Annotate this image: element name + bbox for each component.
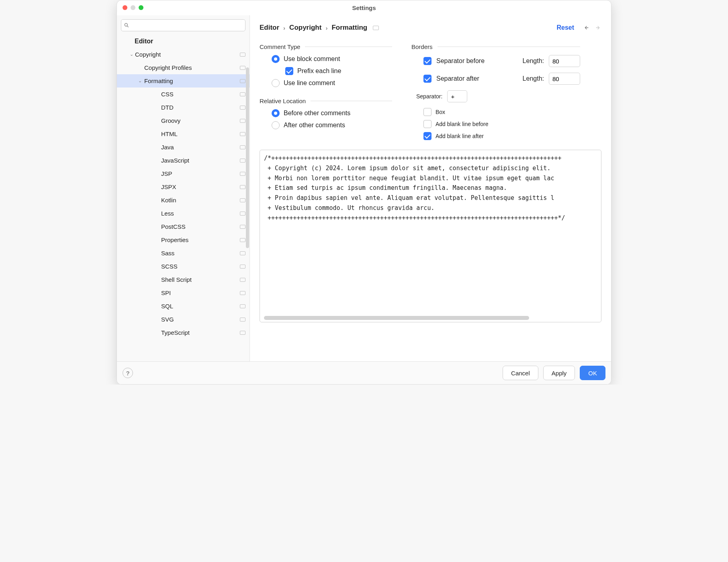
scope-badge-icon [240, 198, 245, 202]
chevron-down-icon[interactable]: ⌄ [129, 52, 134, 57]
titlebar: Settings [117, 0, 611, 15]
tree-item-label: Shell Script [161, 276, 237, 283]
option-blank-line-after[interactable]: Add blank line after [423, 132, 580, 140]
tree-item[interactable]: HTML [117, 127, 249, 140]
scope-badge-icon [240, 212, 245, 216]
checkbox-icon[interactable] [423, 132, 431, 140]
option-box[interactable]: Box [423, 108, 580, 116]
checkbox-icon[interactable] [423, 57, 431, 65]
checkbox-icon[interactable] [423, 120, 431, 128]
tree-item[interactable]: JSP [117, 167, 249, 180]
length-before-label: Length: [523, 57, 544, 65]
scope-badge-icon [240, 172, 245, 176]
tree-item-label: JavaScript [161, 157, 237, 164]
tree-item[interactable]: JavaScript [117, 154, 249, 167]
option-after-other-comments[interactable]: After other comments [272, 121, 392, 129]
tree-item[interactable]: PostCSS [117, 220, 249, 233]
separator-char-input[interactable] [447, 90, 467, 102]
sidebar-scrollbar[interactable] [246, 67, 249, 248]
tree-item[interactable]: DTD [117, 101, 249, 114]
search-input[interactable] [121, 19, 245, 31]
checkbox-icon[interactable] [285, 67, 293, 75]
breadcrumb: Editor › Copyright › Formatting [260, 24, 556, 32]
scope-badge-icon [240, 185, 245, 189]
checkbox-icon[interactable] [423, 108, 431, 116]
length-after-input[interactable] [549, 73, 580, 85]
window-title: Settings [117, 4, 611, 11]
apply-button[interactable]: Apply [543, 366, 575, 380]
tree-item[interactable]: Less [117, 207, 249, 220]
tree-item[interactable]: Sass [117, 246, 249, 260]
breadcrumb-copyright[interactable]: Copyright [289, 24, 321, 32]
option-use-block-comment[interactable]: Use block comment [272, 55, 392, 63]
close-window-icon[interactable] [123, 5, 127, 10]
scope-badge-icon [240, 53, 245, 57]
tree-item-label: CSS [161, 91, 237, 98]
tree-item-label: HTML [161, 130, 237, 137]
breadcrumb-editor[interactable]: Editor [260, 24, 279, 32]
reset-link[interactable]: Reset [556, 24, 574, 31]
tree-item-label: Properties [161, 236, 237, 243]
ok-button[interactable]: OK [580, 366, 605, 380]
breadcrumb-row: Editor › Copyright › Formatting Reset [260, 21, 601, 35]
radio-icon[interactable] [272, 109, 280, 117]
chevron-right-icon: › [283, 24, 285, 31]
option-use-line-comment[interactable]: Use line comment [272, 79, 392, 87]
radio-icon[interactable] [272, 121, 280, 129]
svg-line-1 [127, 26, 128, 27]
tree-item[interactable]: Copyright Profiles [117, 61, 249, 74]
tree-item-label: SVG [161, 316, 237, 323]
preview-pane: /*++++++++++++++++++++++++++++++++++++++… [260, 150, 601, 322]
tree-item[interactable]: JSPX [117, 180, 249, 193]
option-blank-line-before[interactable]: Add blank line before [423, 120, 580, 128]
scope-badge-icon [240, 291, 245, 295]
tree-item-label: JSPX [161, 183, 237, 190]
chevron-right-icon: › [325, 24, 327, 31]
tree-item[interactable]: Java [117, 140, 249, 154]
tree-item[interactable]: SCSS [117, 260, 249, 273]
radio-icon[interactable] [272, 79, 280, 87]
tree-item[interactable]: SPI [117, 286, 249, 299]
minimize-window-icon[interactable] [131, 5, 135, 10]
nav-arrows [583, 24, 601, 31]
scope-badge-icon [240, 92, 245, 96]
section-comment-type: Comment Type [260, 43, 392, 50]
back-icon[interactable] [583, 24, 589, 31]
sidebar: Editor ⌄CopyrightCopyright Profiles⌄Form… [117, 15, 250, 361]
tree-item-label: SPI [161, 289, 237, 296]
checkbox-icon[interactable] [423, 75, 431, 83]
tree-item-label: TypeScript [161, 329, 237, 336]
tree-item[interactable]: Shell Script [117, 273, 249, 286]
scope-badge-icon [240, 119, 245, 123]
scope-badge-icon [240, 132, 245, 136]
chevron-down-icon[interactable]: ⌄ [138, 78, 143, 83]
scope-badge-icon [240, 66, 245, 70]
tree-item[interactable]: ⌄Formatting [117, 74, 249, 88]
section-relative-location: Relative Location [260, 98, 392, 104]
tree-root-editor[interactable]: Editor [117, 35, 249, 48]
tree-item-label: JSP [161, 170, 237, 177]
tree-item[interactable]: TypeScript [117, 326, 249, 339]
cancel-button[interactable]: Cancel [503, 366, 538, 380]
tree-item[interactable]: CSS [117, 88, 249, 101]
tree-item[interactable]: SQL [117, 299, 249, 313]
zoom-window-icon[interactable] [139, 5, 143, 10]
scope-badge-icon [373, 26, 379, 30]
length-before-input[interactable] [549, 55, 580, 67]
scope-badge-icon [240, 265, 245, 269]
tree-item[interactable]: Properties [117, 233, 249, 246]
tree-item-label: DTD [161, 104, 237, 111]
option-separator-before: Separator before Length: [423, 55, 580, 67]
forward-icon [595, 24, 601, 31]
preview-scrollbar[interactable] [264, 316, 529, 320]
search-box [121, 19, 245, 31]
tree-item[interactable]: ⌄Copyright [117, 48, 249, 61]
radio-icon[interactable] [272, 55, 280, 63]
tree-item[interactable]: SVG [117, 313, 249, 326]
option-prefix-each-line[interactable]: Prefix each line [285, 67, 392, 75]
tree-item[interactable]: Kotlin [117, 193, 249, 207]
settings-tree[interactable]: Editor ⌄CopyrightCopyright Profiles⌄Form… [117, 35, 249, 361]
help-icon[interactable]: ? [123, 368, 133, 378]
tree-item[interactable]: Groovy [117, 114, 249, 127]
option-before-other-comments[interactable]: Before other comments [272, 109, 392, 117]
